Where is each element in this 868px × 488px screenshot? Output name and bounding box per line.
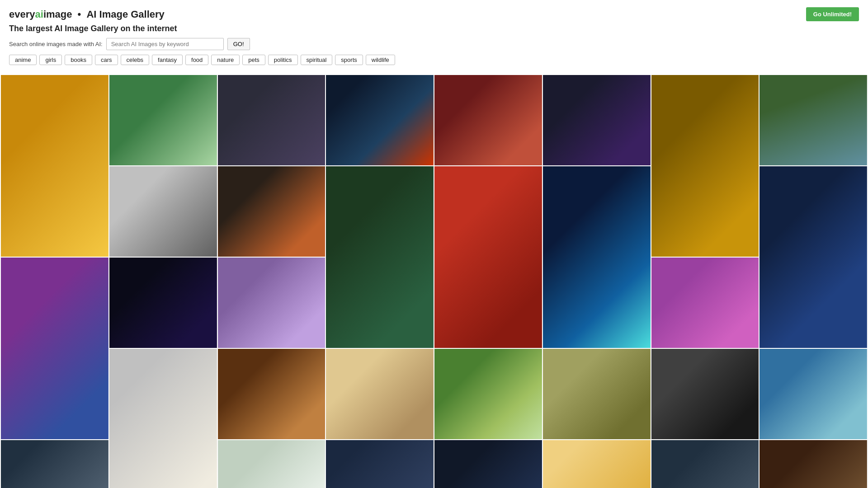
gallery-image-28[interactable]: [326, 440, 434, 488]
logo-dot: •: [78, 9, 84, 20]
tag-politics[interactable]: politics: [268, 55, 298, 65]
gallery-image-17[interactable]: [218, 258, 326, 348]
gallery-image-27[interactable]: [218, 440, 326, 488]
gallery-image-20[interactable]: [218, 349, 326, 439]
gallery-image-15[interactable]: [1, 258, 108, 439]
gallery-image-10[interactable]: [218, 166, 326, 257]
tag-fantasy[interactable]: fantasy: [152, 55, 183, 65]
gallery-image-22[interactable]: [434, 349, 542, 439]
tag-anime[interactable]: anime: [9, 55, 37, 65]
tag-girls[interactable]: girls: [39, 55, 62, 65]
gallery-image-24[interactable]: [651, 349, 759, 439]
gallery-image-29[interactable]: [434, 440, 542, 488]
gallery-image-31[interactable]: [651, 440, 759, 488]
gallery-image-19[interactable]: [109, 349, 217, 488]
gallery-image-23[interactable]: [543, 349, 651, 439]
gallery-image-12[interactable]: [434, 166, 542, 348]
gallery-image-5[interactable]: [434, 75, 542, 165]
gallery-image-25[interactable]: [760, 349, 867, 439]
tag-food[interactable]: food: [185, 55, 208, 65]
tag-sports[interactable]: sports: [335, 55, 363, 65]
gallery-image-32[interactable]: [760, 440, 867, 488]
tag-row: animegirlsbookscarscelebsfantasyfoodnatu…: [9, 55, 859, 67]
go-button[interactable]: GO!: [227, 38, 250, 50]
gallery-image-14[interactable]: [760, 166, 867, 348]
gallery-image-30[interactable]: [543, 440, 651, 488]
gallery-image-13[interactable]: [543, 166, 651, 348]
gallery-image-8[interactable]: [760, 75, 867, 165]
go-unlimited-button[interactable]: Go Unlimited!: [806, 7, 859, 21]
search-input[interactable]: [106, 38, 224, 50]
gallery-image-6[interactable]: [543, 75, 651, 165]
tag-cars[interactable]: cars: [95, 55, 118, 65]
gallery-image-1[interactable]: [1, 75, 108, 257]
search-label: Search online images made with AI:: [9, 41, 103, 47]
gallery-image-11[interactable]: [326, 166, 434, 348]
gallery-image-2[interactable]: [109, 75, 217, 165]
logo-ai: ai: [35, 9, 43, 20]
tagline: The largest AI Image Gallery on the inte…: [9, 24, 859, 33]
gallery-image-18[interactable]: [651, 258, 759, 348]
tag-books[interactable]: books: [65, 55, 92, 65]
gallery-image-16[interactable]: [109, 258, 217, 348]
gallery-image-21[interactable]: [326, 349, 434, 439]
tag-wildlife[interactable]: wildlife: [366, 55, 395, 65]
image-gallery: [0, 75, 868, 488]
gallery-image-26[interactable]: [1, 440, 108, 488]
tag-pets[interactable]: pets: [242, 55, 265, 65]
gallery-image-7[interactable]: [651, 75, 759, 257]
gallery-image-3[interactable]: [218, 75, 326, 165]
tag-nature[interactable]: nature: [211, 55, 240, 65]
logo-image: image: [43, 9, 72, 20]
gallery-image-9[interactable]: [109, 166, 217, 257]
logo-every: every: [9, 9, 35, 20]
tag-celebs[interactable]: celebs: [121, 55, 150, 65]
gallery-image-4[interactable]: [326, 75, 434, 165]
tag-spiritual[interactable]: spiritual: [301, 55, 333, 65]
site-logo: everyaiimage • AI Image Gallery: [9, 9, 165, 20]
logo-gallery: AI Image Gallery: [86, 9, 164, 20]
